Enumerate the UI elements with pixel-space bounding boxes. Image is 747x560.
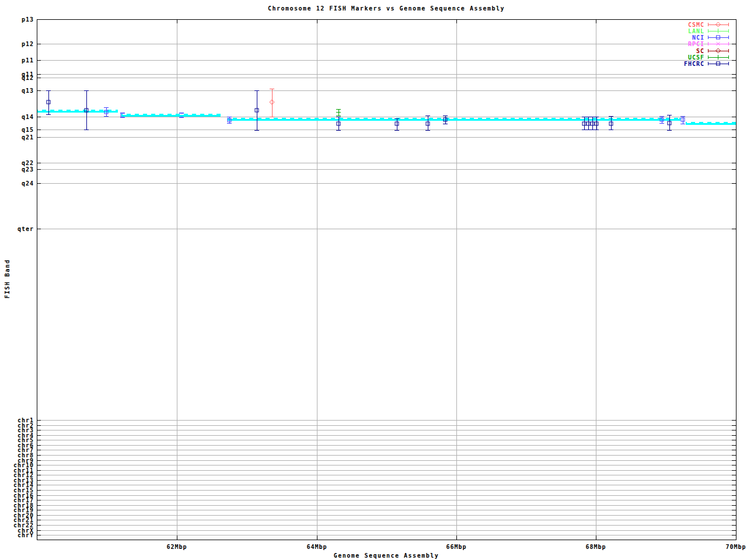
legend-entry-fhcrc: FHCRC — [684, 61, 728, 67]
plot-svg: p13p12p11q11q12q13q14q15q21q22q23q24qter… — [0, 0, 747, 560]
gridlines — [37, 19, 736, 540]
y-tick-label: p12 — [22, 41, 34, 47]
legend-entry-rpci: RPCI — [688, 41, 728, 47]
x-tick-label: 64Mbp — [306, 544, 327, 550]
legend-label: RPCI — [688, 41, 704, 47]
x-tick-label: 62Mbp — [166, 544, 187, 550]
y-tick-label: q15 — [22, 127, 34, 133]
legend-label: FHCRC — [684, 61, 704, 67]
data-point-ucsf — [336, 109, 341, 116]
y-tick-label: q22 — [22, 160, 34, 166]
y-tick-label: q24 — [22, 180, 34, 187]
data-point-fhcrc — [84, 90, 89, 130]
data-point-fhcrc — [254, 90, 259, 130]
y-tick-label: q23 — [22, 166, 34, 173]
y-tick-label: p13 — [22, 16, 34, 23]
data-point-nci — [680, 116, 685, 124]
plot-border — [37, 19, 736, 540]
x-tick-label: 70Mbp — [725, 544, 746, 550]
y-tick-label: q21 — [22, 134, 34, 141]
y-tick-label: qter — [18, 226, 34, 232]
legend-entry-lanl: LANL — [688, 28, 728, 34]
axis-ticks — [37, 19, 736, 540]
data-points — [46, 89, 685, 130]
legend-label: LANL — [688, 28, 704, 34]
x-tick-label: 68Mbp — [585, 544, 606, 550]
data-point-fhcrc — [667, 115, 672, 130]
y-tick-label: q13 — [22, 88, 34, 94]
x-tick-labels: 62Mbp64Mbp66Mbp68Mbp70Mbp — [166, 544, 746, 550]
legend-entry-csmc: CSMC — [688, 22, 728, 28]
y-tick-label: q12 — [22, 75, 34, 81]
legend-label: CSMC — [688, 22, 704, 28]
y-tick-label: p11 — [22, 57, 34, 64]
y-tick-label: q14 — [22, 114, 34, 120]
legend-label: SC — [696, 48, 704, 54]
x-tick-label: 66Mbp — [446, 544, 466, 550]
legend-label: UCSF — [688, 54, 704, 61]
y-tick-labels: p13p12p11q11q12q13q14q15q21q22q23q24qter… — [13, 16, 34, 538]
legend-entry-ucsf: UCSF — [688, 54, 728, 61]
data-point-nci — [104, 107, 109, 116]
y-tick-label: chrY — [18, 532, 34, 538]
legend-entry-nci: NCI — [692, 34, 728, 41]
legend-entry-sc: SC — [696, 48, 728, 54]
data-point-nci — [659, 116, 664, 123]
data-point-csmc — [270, 89, 274, 117]
legend-label: NCI — [692, 34, 704, 41]
